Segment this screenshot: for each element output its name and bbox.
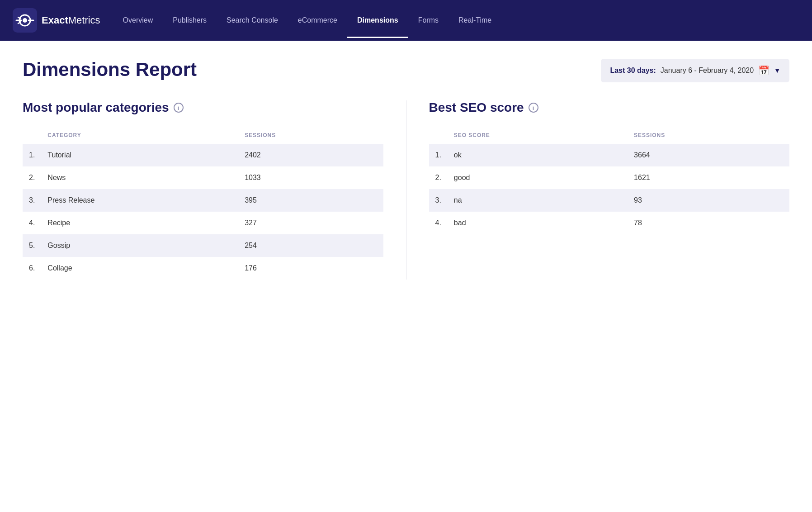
categories-info-icon[interactable]: i bbox=[174, 103, 184, 113]
row-sessions: 176 bbox=[238, 257, 383, 280]
row-sessions: 3664 bbox=[628, 144, 789, 166]
row-rank: 3. bbox=[23, 189, 41, 212]
row-category: Recipe bbox=[41, 212, 238, 234]
nav-item-publishers[interactable]: Publishers bbox=[163, 3, 217, 38]
row-seo-score: bad bbox=[448, 212, 628, 234]
table-row: 5. Gossip 254 bbox=[23, 234, 383, 257]
table-row: 3. na 93 bbox=[429, 189, 790, 212]
table-row: 2. good 1621 bbox=[429, 166, 790, 189]
seo-info-icon[interactable]: i bbox=[529, 103, 538, 113]
nav-menu: Overview Publishers Search Console eComm… bbox=[113, 3, 502, 38]
table-row: 2. News 1033 bbox=[23, 166, 383, 189]
row-rank: 3. bbox=[429, 189, 448, 212]
row-rank: 4. bbox=[23, 212, 41, 234]
row-sessions: 327 bbox=[238, 212, 383, 234]
brand-name: ExactMetrics bbox=[42, 14, 100, 26]
row-sessions: 254 bbox=[238, 234, 383, 257]
categories-panel: Most popular categories i CATEGORY SESSI… bbox=[23, 100, 406, 280]
top-navigation: ExactMetrics Overview Publishers Search … bbox=[0, 0, 812, 41]
row-rank: 1. bbox=[23, 144, 41, 166]
row-category: Gossip bbox=[41, 234, 238, 257]
nav-item-search-console[interactable]: Search Console bbox=[217, 3, 288, 38]
row-sessions: 2402 bbox=[238, 144, 383, 166]
row-category: News bbox=[41, 166, 238, 189]
row-sessions: 1621 bbox=[628, 166, 789, 189]
seo-panel: Best SEO score i SEO SCORE SESSIONS 1. o… bbox=[406, 100, 790, 280]
date-range-button[interactable]: Last 30 days: January 6 - February 4, 20… bbox=[601, 59, 789, 82]
categories-col-category: CATEGORY bbox=[41, 128, 238, 144]
row-seo-score: na bbox=[448, 189, 628, 212]
row-rank: 2. bbox=[429, 166, 448, 189]
row-sessions: 78 bbox=[628, 212, 789, 234]
seo-col-score: SEO SCORE bbox=[448, 128, 628, 144]
row-sessions: 395 bbox=[238, 189, 383, 212]
seo-col-rank bbox=[429, 128, 448, 144]
chevron-down-icon: ▼ bbox=[774, 67, 780, 74]
categories-col-sessions: SESSIONS bbox=[238, 128, 383, 144]
nav-item-dimensions[interactable]: Dimensions bbox=[347, 3, 408, 38]
row-rank: 5. bbox=[23, 234, 41, 257]
table-row: 1. Tutorial 2402 bbox=[23, 144, 383, 166]
page-title: Dimensions Report bbox=[23, 59, 197, 81]
date-range-label: Last 30 days: bbox=[610, 66, 656, 75]
table-row: 1. ok 3664 bbox=[429, 144, 790, 166]
categories-col-rank bbox=[23, 128, 41, 144]
row-sessions: 93 bbox=[628, 189, 789, 212]
nav-item-overview[interactable]: Overview bbox=[113, 3, 163, 38]
row-category: Press Release bbox=[41, 189, 238, 212]
report-header: Dimensions Report Last 30 days: January … bbox=[23, 59, 789, 82]
row-category: Collage bbox=[41, 257, 238, 280]
nav-item-ecommerce[interactable]: eCommerce bbox=[288, 3, 347, 38]
table-row: 6. Collage 176 bbox=[23, 257, 383, 280]
row-seo-score: ok bbox=[448, 144, 628, 166]
table-row: 4. bad 78 bbox=[429, 212, 790, 234]
nav-item-realtime[interactable]: Real-Time bbox=[448, 3, 501, 38]
seo-col-sessions: SESSIONS bbox=[628, 128, 789, 144]
categories-section-title: Most popular categories i bbox=[23, 100, 383, 115]
panels-container: Most popular categories i CATEGORY SESSI… bbox=[23, 100, 789, 280]
table-row: 4. Recipe 327 bbox=[23, 212, 383, 234]
main-content: Dimensions Report Last 30 days: January … bbox=[0, 41, 812, 298]
row-rank: 4. bbox=[429, 212, 448, 234]
calendar-icon: 📅 bbox=[758, 65, 770, 76]
row-category: Tutorial bbox=[41, 144, 238, 166]
row-rank: 6. bbox=[23, 257, 41, 280]
row-rank: 1. bbox=[429, 144, 448, 166]
categories-table: CATEGORY SESSIONS 1. Tutorial 2402 2. Ne… bbox=[23, 128, 383, 280]
seo-table: SEO SCORE SESSIONS 1. ok 3664 2. good 16… bbox=[429, 128, 790, 234]
row-seo-score: good bbox=[448, 166, 628, 189]
row-rank: 2. bbox=[23, 166, 41, 189]
svg-point-2 bbox=[23, 18, 27, 23]
nav-item-forms[interactable]: Forms bbox=[408, 3, 448, 38]
date-range-value: January 6 - February 4, 2020 bbox=[661, 66, 754, 75]
row-sessions: 1033 bbox=[238, 166, 383, 189]
seo-section-title: Best SEO score i bbox=[429, 100, 790, 115]
logo[interactable]: ExactMetrics bbox=[13, 8, 100, 33]
table-row: 3. Press Release 395 bbox=[23, 189, 383, 212]
